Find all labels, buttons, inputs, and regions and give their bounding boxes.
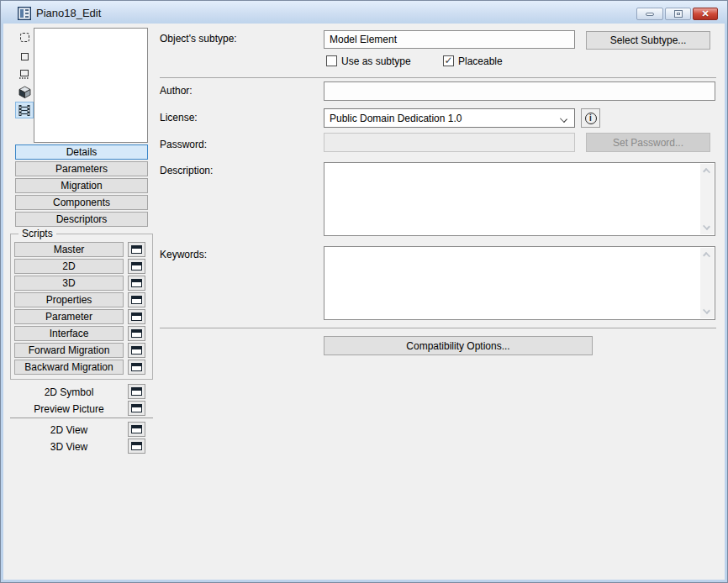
scroll-down-icon[interactable] xyxy=(703,307,710,314)
checkmark-icon: ✓ xyxy=(444,55,452,66)
app-icon xyxy=(18,7,31,20)
minimize-icon xyxy=(646,13,654,16)
3d-view-label: 3D View xyxy=(14,441,124,453)
author-label: Author: xyxy=(160,85,193,97)
maximize-icon xyxy=(674,10,683,18)
open-2d-symbol-window-button[interactable] xyxy=(128,384,145,399)
keywords-label: Keywords: xyxy=(160,249,207,260)
open-2d-view-window-button[interactable] xyxy=(128,422,145,437)
preview-mode-symbol-2d-icon[interactable] xyxy=(15,29,34,45)
window-icon xyxy=(131,387,142,396)
placeable-checkbox[interactable]: ✓ xyxy=(443,55,454,66)
license-info-button[interactable]: i xyxy=(581,108,600,128)
use-as-subtype-checkbox[interactable] xyxy=(326,55,337,66)
description-textarea[interactable] xyxy=(324,162,715,236)
password-input xyxy=(324,133,575,152)
section-button-migration[interactable]: Migration xyxy=(15,178,148,193)
close-button[interactable]: ✕ xyxy=(693,8,718,20)
open-master-script-window-button[interactable] xyxy=(128,242,145,257)
window-icon xyxy=(131,262,142,270)
script-button-2d[interactable]: 2D xyxy=(14,259,124,274)
select-subtype-button[interactable]: Select Subtype... xyxy=(586,31,710,50)
client-area: Details Parameters Migration Components … xyxy=(3,24,725,580)
window-icon xyxy=(131,404,142,412)
scroll-up-icon[interactable] xyxy=(703,252,710,260)
password-label: Password: xyxy=(160,139,207,150)
keywords-textarea[interactable] xyxy=(324,246,715,320)
keywords-scrollbar[interactable] xyxy=(700,248,714,318)
section-button-details[interactable]: Details xyxy=(15,144,148,160)
chevron-down-icon xyxy=(560,115,567,123)
info-icon: i xyxy=(585,113,597,124)
preview-pane[interactable] xyxy=(34,28,148,143)
scripts-group-label: Scripts xyxy=(18,228,56,239)
open-2d-script-window-button[interactable] xyxy=(128,259,145,274)
open-parameter-script-window-button[interactable] xyxy=(128,309,145,324)
2d-symbol-label: 2D Symbol xyxy=(14,386,124,398)
script-button-forward-migration[interactable]: Forward Migration xyxy=(14,343,124,358)
section-button-components[interactable]: Components xyxy=(15,195,148,210)
preview-picture-label: Preview Picture xyxy=(14,403,124,415)
titlebar[interactable]: Piano18_Edit ✕ xyxy=(1,1,727,24)
minimize-button[interactable] xyxy=(636,8,663,20)
window-icon xyxy=(131,279,142,287)
window-icon xyxy=(131,329,142,338)
preview-mode-front-view-icon[interactable] xyxy=(15,66,34,82)
script-button-master[interactable]: Master xyxy=(14,242,124,257)
script-button-backward-migration[interactable]: Backward Migration xyxy=(14,360,124,375)
placeable-label: Placeable xyxy=(458,55,503,67)
2d-view-label: 2D View xyxy=(14,424,124,436)
left-panel-separator xyxy=(10,418,153,418)
subtype-value-field: Model Element xyxy=(324,30,575,49)
open-backward-migration-script-window-button[interactable] xyxy=(128,360,145,375)
description-scrollbar[interactable] xyxy=(700,164,714,234)
description-label: Description: xyxy=(160,165,213,176)
window-icon xyxy=(131,363,142,371)
open-preview-picture-window-button[interactable] xyxy=(128,401,145,416)
scroll-down-icon[interactable] xyxy=(703,223,710,230)
script-button-interface[interactable]: Interface xyxy=(14,326,124,341)
window-icon xyxy=(131,346,142,355)
script-button-3d[interactable]: 3D xyxy=(14,276,124,291)
preview-mode-plain-2d-icon[interactable] xyxy=(15,48,34,65)
set-password-button: Set Password... xyxy=(586,133,710,152)
library-part-editor-window: Piano18_Edit ✕ xyxy=(0,0,728,583)
license-label: License: xyxy=(160,112,198,123)
open-properties-script-window-button[interactable] xyxy=(128,292,145,307)
compatibility-options-button[interactable]: Compatibility Options... xyxy=(324,336,593,355)
preview-mode-filmstrip-script-icon[interactable] xyxy=(15,102,34,118)
open-3d-view-window-button[interactable] xyxy=(128,439,145,454)
close-icon: ✕ xyxy=(701,9,709,18)
author-input[interactable] xyxy=(324,81,715,101)
window-icon xyxy=(131,442,142,450)
form-separator-top xyxy=(160,77,716,78)
script-button-properties[interactable]: Properties xyxy=(14,292,124,307)
script-button-parameter[interactable]: Parameter xyxy=(14,309,124,324)
open-forward-migration-script-window-button[interactable] xyxy=(128,343,145,358)
open-interface-script-window-button[interactable] xyxy=(128,326,145,341)
form-separator-bottom xyxy=(160,328,716,328)
open-3d-script-window-button[interactable] xyxy=(128,276,145,291)
window-icon xyxy=(131,245,142,254)
window-icon xyxy=(131,425,142,433)
maximize-button[interactable] xyxy=(665,8,691,20)
scroll-up-icon[interactable] xyxy=(703,168,710,176)
section-button-parameters[interactable]: Parameters xyxy=(15,161,148,176)
window-icon xyxy=(131,313,142,321)
section-button-descriptors[interactable]: Descriptors xyxy=(15,212,148,227)
use-as-subtype-label: Use as subtype xyxy=(341,55,411,67)
subtype-label: Object's subtype: xyxy=(160,33,237,45)
license-dropdown[interactable]: Public Domain Dedication 1.0 xyxy=(324,108,575,128)
window-title: Piano18_Edit xyxy=(36,7,101,19)
window-icon xyxy=(131,296,142,304)
preview-mode-cube-3d-icon[interactable] xyxy=(15,83,34,100)
